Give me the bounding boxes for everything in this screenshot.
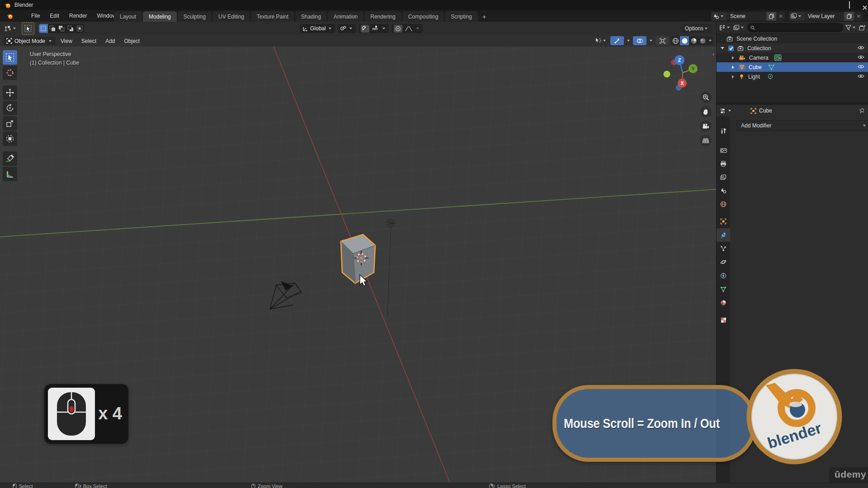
view-layer-name[interactable]: View Layer xyxy=(804,13,844,19)
delete-view-layer-button[interactable]: ✕ xyxy=(854,12,863,21)
menu-render[interactable]: Render xyxy=(64,13,92,19)
outliner-display-mode-icon[interactable] xyxy=(733,25,745,31)
tool-select-box-button[interactable] xyxy=(3,50,17,65)
menu-object[interactable]: Object xyxy=(120,38,145,44)
camera-view-button[interactable] xyxy=(700,120,712,132)
tool-transform-button[interactable] xyxy=(3,131,17,146)
menu-select[interactable]: Select xyxy=(77,38,101,44)
expand-arrow-icon[interactable] xyxy=(732,56,734,60)
hide-eye-icon[interactable] xyxy=(858,64,864,69)
options-dropdown[interactable]: Options xyxy=(681,24,712,33)
tool-settings-editor-icon[interactable] xyxy=(4,25,17,32)
shading-solid-button[interactable] xyxy=(680,36,689,45)
select-mode-extend[interactable] xyxy=(48,24,57,33)
expand-arrow-icon[interactable] xyxy=(732,75,734,79)
navigation-gizmo[interactable]: Z Y X xyxy=(661,52,704,95)
shading-wireframe-button[interactable] xyxy=(671,36,680,45)
scene-selector[interactable]: Scene ✕ xyxy=(711,11,786,21)
hide-eye-icon[interactable] xyxy=(858,45,864,50)
menu-add[interactable]: Add xyxy=(101,38,119,44)
restore-button[interactable] xyxy=(849,2,850,8)
tab-output-icon[interactable] xyxy=(717,157,730,170)
collection-checkbox[interactable] xyxy=(728,46,734,51)
tab-sculpting[interactable]: Sculpting xyxy=(178,11,212,22)
filter-icon[interactable] xyxy=(845,25,857,30)
proportional-falloff-icon[interactable] xyxy=(405,26,413,32)
add-modifier-dropdown[interactable]: Add Modifier xyxy=(736,120,868,131)
object-visibility-dropdown[interactable] xyxy=(594,36,609,45)
tool-rotate-button[interactable] xyxy=(3,101,17,115)
zoom-button[interactable] xyxy=(700,91,712,103)
tab-shading[interactable]: Shading xyxy=(295,11,327,22)
tab-modeling[interactable]: Modeling xyxy=(143,11,177,22)
tool-scale-button[interactable] xyxy=(3,116,17,131)
tab-particles-icon[interactable] xyxy=(717,242,730,255)
mesh-data-badge-icon[interactable] xyxy=(768,64,775,70)
outliner-row-collection[interactable]: Collection xyxy=(717,43,868,53)
tab-modifiers-icon[interactable] xyxy=(717,228,730,242)
row-label[interactable]: Light xyxy=(748,74,760,80)
toggle-ortho-grid-button[interactable] xyxy=(700,135,712,146)
tab-tool-icon[interactable] xyxy=(717,124,730,138)
pan-hand-button[interactable] xyxy=(700,106,712,117)
tab-object-icon[interactable] xyxy=(717,215,730,228)
expand-arrow-icon[interactable] xyxy=(721,47,724,49)
view-layer-selector[interactable]: View Layer ✕ xyxy=(788,11,863,21)
tool-cursor-button[interactable] xyxy=(3,66,17,80)
tab-texture-paint[interactable]: Texture Paint xyxy=(251,11,294,22)
snap-toggle-magnet-icon[interactable] xyxy=(361,25,369,33)
snap-with-icon[interactable] xyxy=(372,26,379,32)
overlays-toggle[interactable] xyxy=(633,36,646,45)
tab-world-icon[interactable] xyxy=(717,197,730,211)
row-label[interactable]: Cube xyxy=(749,64,762,70)
tab-object-data-icon[interactable] xyxy=(717,282,730,296)
menu-view[interactable]: View xyxy=(56,38,77,44)
delete-scene-button[interactable]: ✕ xyxy=(776,12,785,21)
shading-dropdown[interactable] xyxy=(707,36,713,45)
tab-physics-icon[interactable] xyxy=(717,255,730,269)
tab-render-icon[interactable] xyxy=(717,143,730,157)
hide-eye-icon[interactable] xyxy=(858,55,864,60)
shading-material-button[interactable] xyxy=(689,36,698,45)
orientation-value[interactable]: Global xyxy=(310,25,326,32)
outliner-row-camera[interactable]: Camera xyxy=(717,53,868,62)
outliner-row-cube[interactable]: Cube xyxy=(717,62,868,72)
scene-icon[interactable] xyxy=(711,12,726,21)
properties-editor-icon[interactable] xyxy=(720,108,732,114)
row-label[interactable]: Scene Collection xyxy=(736,36,777,42)
shading-rendered-button[interactable] xyxy=(698,36,707,45)
hide-eye-icon[interactable] xyxy=(858,74,864,79)
menu-file[interactable]: File xyxy=(26,13,45,19)
tab-scene-icon[interactable] xyxy=(717,184,730,197)
active-tool-select-box[interactable] xyxy=(22,22,34,35)
pin-icon[interactable] xyxy=(859,108,864,114)
proportional-editing-icon[interactable] xyxy=(394,25,402,33)
search-input[interactable] xyxy=(757,24,840,31)
select-mode-subtract[interactable] xyxy=(57,24,66,33)
row-label[interactable]: Collection xyxy=(747,45,771,52)
tab-material-icon[interactable] xyxy=(717,296,730,310)
menu-edit[interactable]: Edit xyxy=(45,13,64,19)
tool-measure-button[interactable] xyxy=(3,167,17,181)
new-scene-button[interactable] xyxy=(766,12,776,21)
outliner-search[interactable] xyxy=(747,23,843,32)
view-layer-icon[interactable] xyxy=(789,12,804,21)
object-mode-dropdown[interactable]: Object Mode xyxy=(4,37,56,45)
new-view-layer-button[interactable] xyxy=(844,12,854,21)
tab-rendering[interactable]: Rendering xyxy=(364,11,401,22)
select-mode-invert[interactable] xyxy=(66,24,75,33)
tab-constraints-icon[interactable] xyxy=(717,269,730,282)
breadcrumb[interactable]: Cube xyxy=(759,108,772,114)
row-label[interactable]: Camera xyxy=(749,55,769,61)
tab-layout[interactable]: Layout xyxy=(114,11,142,22)
tool-annotate-button[interactable] xyxy=(3,151,17,166)
outliner-row-scene-collection[interactable]: Scene Collection xyxy=(717,34,868,43)
xray-toggle[interactable] xyxy=(656,36,669,45)
tool-move-button[interactable] xyxy=(3,85,17,100)
gizmo-axis-neg-y[interactable] xyxy=(664,71,670,78)
tab-scripting[interactable]: Scripting xyxy=(445,11,478,22)
tab-compositing[interactable]: Compositing xyxy=(402,11,444,22)
tab-animation[interactable]: Animation xyxy=(328,11,363,22)
region-collapse-arrow[interactable]: ‹ xyxy=(712,51,714,57)
scene-name[interactable]: Scene xyxy=(726,13,766,19)
